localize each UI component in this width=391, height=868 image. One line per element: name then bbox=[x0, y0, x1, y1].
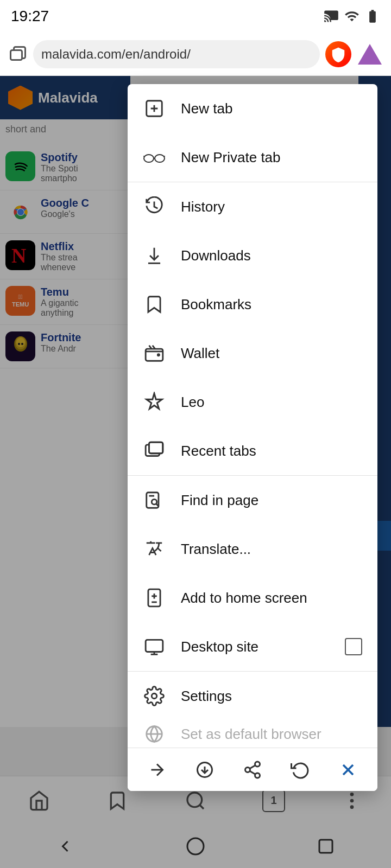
url-text: malavida.com/en/android/ bbox=[41, 47, 191, 62]
cast-icon bbox=[324, 9, 339, 24]
svg-rect-23 bbox=[146, 349, 163, 361]
add-to-home-label: Add to home screen bbox=[181, 590, 362, 607]
address-bar[interactable]: malavida.com/en/android/ bbox=[0, 33, 391, 76]
history-icon bbox=[143, 195, 166, 218]
status-icons bbox=[324, 9, 380, 24]
desktop-site-label: Desktop site bbox=[181, 639, 330, 655]
set-default-menu-item[interactable]: Set as default browser bbox=[128, 720, 377, 748]
desktop-icon bbox=[143, 635, 166, 658]
svg-point-44 bbox=[255, 762, 260, 767]
new-private-tab-label: New Private tab bbox=[181, 149, 362, 166]
new-private-tab-menu-item[interactable]: New Private tab bbox=[128, 133, 377, 182]
find-in-page-label: Find in page bbox=[181, 492, 362, 509]
bookmarks-label: Bookmarks bbox=[181, 296, 362, 313]
rewards-icon[interactable] bbox=[357, 41, 383, 67]
tab-switch-icon bbox=[8, 44, 28, 64]
save-download-button[interactable] bbox=[190, 755, 220, 784]
wallet-label: Wallet bbox=[181, 345, 362, 362]
menu-bottom-toolbar bbox=[128, 748, 377, 791]
desktop-site-checkbox[interactable] bbox=[345, 638, 362, 655]
svg-point-45 bbox=[245, 767, 250, 772]
wallet-icon bbox=[143, 342, 166, 365]
add-to-home-menu-item[interactable]: Add to home screen bbox=[128, 573, 377, 622]
find-in-page-menu-item[interactable]: Find in page bbox=[128, 476, 377, 525]
context-menu: New tab New Private tab History bbox=[128, 84, 377, 791]
translate-label: Translate... bbox=[181, 541, 362, 558]
bookmarks-menu-item[interactable]: Bookmarks bbox=[128, 280, 377, 329]
default-browser-icon bbox=[143, 723, 166, 745]
status-time: 19:27 bbox=[11, 8, 49, 25]
downloads-menu-item[interactable]: Downloads bbox=[128, 231, 377, 280]
svg-rect-0 bbox=[11, 50, 22, 60]
wifi-icon bbox=[344, 9, 360, 24]
svg-point-18 bbox=[155, 155, 165, 162]
settings-menu-item[interactable]: Settings bbox=[128, 672, 377, 720]
recent-tabs-label: Recent tabs bbox=[181, 443, 362, 459]
forward-button[interactable] bbox=[142, 755, 172, 784]
svg-point-46 bbox=[255, 773, 260, 778]
close-menu-button[interactable] bbox=[333, 755, 363, 784]
svg-rect-35 bbox=[146, 640, 163, 652]
url-field[interactable]: malavida.com/en/android/ bbox=[33, 40, 320, 68]
history-label: History bbox=[181, 199, 362, 215]
leo-icon bbox=[143, 391, 166, 413]
downloads-icon bbox=[143, 244, 166, 267]
bookmarks-icon bbox=[143, 293, 166, 316]
desktop-site-menu-item[interactable]: Desktop site bbox=[128, 622, 377, 671]
svg-point-38 bbox=[152, 693, 157, 699]
add-home-icon bbox=[143, 586, 166, 609]
svg-line-48 bbox=[250, 765, 255, 768]
translate-icon bbox=[143, 538, 166, 560]
leo-menu-item[interactable]: Leo bbox=[128, 378, 377, 426]
private-tab-icon bbox=[143, 146, 166, 169]
translate-menu-item[interactable]: Translate... bbox=[128, 525, 377, 573]
leo-label: Leo bbox=[181, 394, 362, 411]
status-bar: 19:27 bbox=[0, 0, 391, 33]
new-tab-label: New tab bbox=[181, 100, 362, 117]
set-default-label: Set as default browser bbox=[181, 726, 362, 743]
find-in-page-icon bbox=[143, 489, 166, 512]
brave-shield-icon[interactable] bbox=[325, 41, 351, 67]
svg-line-47 bbox=[250, 771, 255, 774]
battery-icon bbox=[365, 9, 380, 24]
recent-tabs-icon bbox=[143, 439, 166, 462]
new-tab-icon bbox=[143, 97, 166, 120]
share-button[interactable] bbox=[238, 755, 268, 784]
svg-point-17 bbox=[144, 155, 154, 162]
wallet-menu-item[interactable]: Wallet bbox=[128, 329, 377, 378]
history-menu-item[interactable]: History bbox=[128, 182, 377, 231]
downloads-label: Downloads bbox=[181, 247, 362, 264]
settings-label: Settings bbox=[181, 688, 362, 705]
refresh-button[interactable] bbox=[286, 755, 316, 784]
recent-tabs-menu-item[interactable]: Recent tabs bbox=[128, 426, 377, 475]
settings-icon bbox=[143, 685, 166, 707]
new-tab-menu-item[interactable]: New tab bbox=[128, 84, 377, 133]
svg-rect-25 bbox=[149, 442, 163, 454]
